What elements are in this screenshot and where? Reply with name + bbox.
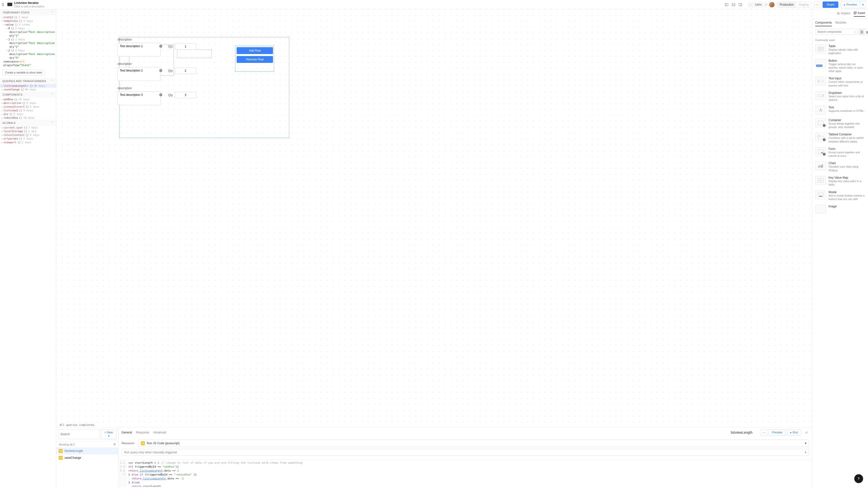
- tree-node-listviewlength[interactable]: ▸listviewLength⇅{}40 keys: [0, 84, 56, 88]
- tree-node-comp[interactable]: ▸qty{}5 keys: [0, 112, 56, 116]
- tree-node-global[interactable]: ▸retoolContext{}3 keys: [0, 133, 56, 137]
- code-editor[interactable]: 1 2 3 4 5 6 7 var startLength = 1 // cha…: [119, 460, 812, 487]
- tree-leaf[interactable]: qty "2": [0, 45, 56, 49]
- query-search-input[interactable]: [58, 429, 99, 439]
- component-search-input[interactable]: [815, 29, 858, 35]
- avatar[interactable]: [769, 2, 774, 7]
- zoom-in-button[interactable]: +: [764, 2, 769, 7]
- component-chart[interactable]: ChartVisualize your data using Plotly.js: [814, 160, 866, 174]
- tree-leaf-plugintype[interactable]: pluginType "State": [0, 63, 56, 67]
- tree-node-comp[interactable]: ▸addRow{}18 keys: [0, 97, 56, 101]
- component-dropdown[interactable]: DropdownSelect one value from a list of …: [814, 89, 866, 104]
- share-button[interactable]: Share: [823, 1, 838, 8]
- tab-response[interactable]: Response: [136, 430, 149, 435]
- queries-transformers-header[interactable]: QUERIES AND TRANSFORMERS⌃: [0, 78, 56, 84]
- tree-node-global[interactable]: ▸localStorage{}1 key: [0, 130, 56, 133]
- preview-button[interactable]: ▸ Preview: [841, 1, 860, 8]
- tree-leaf[interactable]: qty "3": [0, 56, 56, 60]
- grid-view-button[interactable]: ▦: [865, 29, 868, 35]
- tree-node-comp[interactable]: ▸listview1{}9 keys: [0, 109, 56, 112]
- temporary-state-header[interactable]: TEMPORARY STATE⌃: [0, 9, 56, 16]
- new-query-button[interactable]: + New ▾: [101, 429, 116, 439]
- tree-leaf[interactable]: description "Test description 3": [0, 52, 56, 56]
- query-run-button[interactable]: ▸ Run: [787, 429, 801, 436]
- create-variable-button[interactable]: Create a variable to store state: [2, 69, 45, 76]
- tree-node-global[interactable]: ▸viewport{}2 keys: [0, 141, 56, 144]
- subtab-modules[interactable]: Modules: [835, 21, 846, 26]
- component-button[interactable]: ActionButtonTrigger actions like run que…: [814, 57, 866, 75]
- env-production-button[interactable]: Production: [777, 2, 796, 7]
- globals-header[interactable]: GLOBALS⌃: [0, 120, 56, 126]
- tree-node-item-2[interactable]: ▾2{}2 keys: [0, 49, 56, 52]
- clear-icon[interactable]: ×: [159, 93, 162, 96]
- layout-left-icon[interactable]: [724, 2, 729, 7]
- more-menu-button[interactable]: ⋯: [814, 1, 820, 8]
- query-item-savechange[interactable]: JSsaveChange: [56, 454, 118, 461]
- layout-right-icon[interactable]: [738, 2, 743, 7]
- description-input[interactable]: [118, 91, 160, 105]
- tree-node-item-0[interactable]: ▾0{}2 keys: [0, 27, 56, 30]
- drag-handle-icon[interactable]: [2, 3, 5, 6]
- description-label: description: [118, 38, 164, 41]
- tree-leaf[interactable]: description "Test description 1": [0, 30, 56, 34]
- tree-node-comp[interactable]: ▸description{}5 keys: [0, 101, 56, 105]
- tree-leaf-namespace[interactable]: namespace null: [0, 60, 56, 63]
- component-text[interactable]: ATextSupports markdown or HTML.: [814, 104, 866, 116]
- qty-input[interactable]: [175, 92, 196, 98]
- add-row-button[interactable]: Add Row: [237, 47, 273, 54]
- svg-rect-0: [725, 3, 728, 6]
- component-container[interactable]: +ContainerGroup things together into gro…: [814, 116, 866, 131]
- component-kvm[interactable]: Key Value MapDisplay key value pairs in …: [814, 174, 866, 189]
- tree-leaf[interactable]: qty "1": [0, 34, 56, 37]
- page-title[interactable]: Listview Iterator: [14, 1, 44, 5]
- qty-input[interactable]: [175, 43, 196, 50]
- table-icon: [815, 45, 826, 53]
- env-staging-button[interactable]: Staging: [796, 2, 811, 7]
- tree-node-tempstate[interactable]: ▾tempState{}3 keys: [0, 19, 56, 23]
- trigger-select[interactable]: Run query only when manually triggered▾: [122, 449, 809, 456]
- listview-container[interactable]: description × Qty description × Qty: [118, 38, 235, 106]
- zoom-out-button[interactable]: –: [748, 2, 753, 7]
- description-input[interactable]: [118, 43, 160, 57]
- list-view-button[interactable]: ☰: [859, 29, 865, 35]
- page-subtitle[interactable]: Click to add a description: [14, 5, 44, 8]
- component-table[interactable]: TableDisplay tabular data with paginatio…: [814, 42, 866, 57]
- tree-leaf[interactable]: description "Test description 2": [0, 41, 56, 45]
- component-textinput[interactable]: Text InputControl other components or qu…: [814, 75, 866, 89]
- tree-node-state2[interactable]: ▸state2{}3 keys: [0, 16, 56, 19]
- tab-inspect[interactable]: Inspect: [837, 11, 850, 17]
- query-preview-button[interactable]: Preview: [769, 429, 785, 436]
- components-header[interactable]: COMPONENTS⌃: [0, 91, 56, 97]
- layout-bottom-icon[interactable]: [731, 2, 736, 7]
- tree-node-comp[interactable]: ▸removeRow{}18 keys: [0, 116, 56, 120]
- tab-advanced[interactable]: Advanced: [153, 430, 166, 435]
- text-icon: A: [815, 106, 826, 115]
- code-content[interactable]: var startLength = 1 // change to list of…: [127, 460, 304, 487]
- component-form[interactable]: +FormGroup inputs together and submit at…: [814, 145, 866, 160]
- clear-icon[interactable]: ×: [159, 69, 162, 72]
- tree-node-global[interactable]: ▸urlparams{}2 keys: [0, 137, 56, 141]
- description-input[interactable]: [118, 67, 160, 81]
- help-button[interactable]: ?: [854, 474, 863, 483]
- tree-node-savechange[interactable]: ▸saveChange{}40 keys: [0, 88, 56, 91]
- subtab-components[interactable]: Components: [815, 21, 832, 26]
- tab-general[interactable]: General: [122, 430, 132, 435]
- tree-node-value[interactable]: ▾value[]3 items: [0, 23, 56, 27]
- expand-icon[interactable]: ⤢: [804, 430, 809, 435]
- filter-icon[interactable]: ⚙: [114, 443, 116, 446]
- resource-select[interactable]: JSRun JS Code (javascript)▾: [138, 439, 809, 447]
- remove-row-button[interactable]: Remove Row: [237, 56, 273, 63]
- qty-input[interactable]: [175, 67, 196, 74]
- query-item-listviewlength[interactable]: JSlistviewLength: [56, 448, 118, 454]
- tree-node-comp[interactable]: ▸jsonexplorer1{}5 keys: [0, 105, 56, 109]
- component-modal[interactable]: ModalAdd a modal (hidden behind a button…: [814, 189, 866, 203]
- tab-insert[interactable]: Insert: [854, 11, 865, 17]
- tree-node-global[interactable]: ▸current_user{}7 keys: [0, 126, 56, 130]
- component-image[interactable]: Image: [814, 203, 866, 216]
- tree-node-item-1[interactable]: ▾1{}2 keys: [0, 37, 56, 41]
- query-more-button[interactable]: ⋯: [760, 429, 767, 436]
- canvas[interactable]: description × Qty description × Qty: [56, 9, 812, 427]
- component-tabbed[interactable]: +Tabbed ContainerContainer with a tab to…: [814, 131, 866, 145]
- preview-dropdown-button[interactable]: ▾: [860, 1, 866, 8]
- clear-icon[interactable]: ×: [159, 45, 162, 48]
